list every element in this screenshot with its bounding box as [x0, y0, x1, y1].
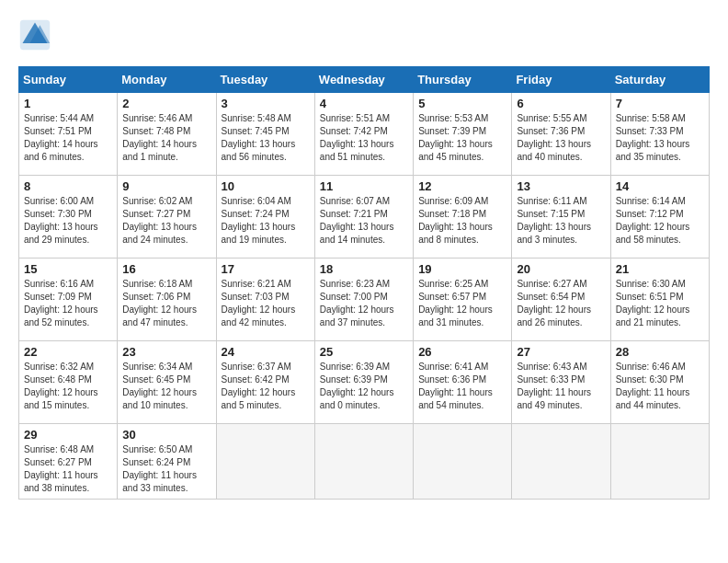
day-number: 21	[616, 262, 704, 276]
day-info: Sunrise: 6:02 AM Sunset: 7:27 PM Dayligh…	[122, 195, 210, 247]
day-number: 9	[122, 179, 210, 193]
day-info: Sunrise: 6:16 AM Sunset: 7:09 PM Dayligh…	[24, 278, 112, 329]
calendar-cell: 4Sunrise: 5:51 AM Sunset: 7:42 PM Daylig…	[314, 93, 413, 176]
day-header-saturday: Saturday	[610, 67, 709, 93]
day-header-monday: Monday	[118, 67, 216, 93]
day-number: 29	[24, 428, 112, 442]
logo-icon	[18, 18, 51, 52]
day-number: 3	[222, 97, 310, 110]
calendar-cell	[512, 424, 610, 500]
day-number: 26	[418, 345, 506, 359]
day-number: 8	[24, 179, 112, 193]
day-info: Sunrise: 6:14 AM Sunset: 7:12 PM Dayligh…	[616, 195, 704, 247]
day-number: 27	[517, 345, 605, 359]
calendar-cell: 6Sunrise: 5:55 AM Sunset: 7:36 PM Daylig…	[512, 93, 610, 176]
day-number: 6	[517, 97, 605, 110]
calendar-cell: 16Sunrise: 6:18 AM Sunset: 7:06 PM Dayli…	[118, 259, 216, 341]
day-number: 24	[222, 345, 310, 359]
day-number: 15	[24, 262, 112, 276]
day-number: 11	[320, 179, 408, 193]
day-info: Sunrise: 6:46 AM Sunset: 6:30 PM Dayligh…	[616, 361, 704, 412]
day-info: Sunrise: 5:46 AM Sunset: 7:48 PM Dayligh…	[122, 112, 210, 164]
day-number: 22	[24, 345, 112, 359]
day-number: 25	[320, 345, 408, 359]
day-info: Sunrise: 6:32 AM Sunset: 6:48 PM Dayligh…	[24, 361, 112, 412]
day-info: Sunrise: 6:27 AM Sunset: 6:54 PM Dayligh…	[517, 278, 605, 329]
calendar-cell: 12Sunrise: 6:09 AM Sunset: 7:18 PM Dayli…	[414, 176, 512, 259]
calendar-table: SundayMondayTuesdayWednesdayThursdayFrid…	[18, 66, 710, 500]
calendar-cell: 15Sunrise: 6:16 AM Sunset: 7:09 PM Dayli…	[19, 259, 118, 341]
day-number: 12	[418, 179, 506, 193]
calendar-cell: 23Sunrise: 6:34 AM Sunset: 6:45 PM Dayli…	[118, 341, 216, 424]
day-number: 2	[122, 97, 210, 110]
day-number: 1	[24, 97, 112, 110]
calendar-cell: 25Sunrise: 6:39 AM Sunset: 6:39 PM Dayli…	[314, 341, 413, 424]
day-info: Sunrise: 5:55 AM Sunset: 7:36 PM Dayligh…	[517, 112, 605, 164]
day-info: Sunrise: 6:34 AM Sunset: 6:45 PM Dayligh…	[122, 361, 210, 412]
calendar-header-row: SundayMondayTuesdayWednesdayThursdayFrid…	[19, 67, 710, 93]
day-number: 23	[122, 345, 210, 359]
day-number: 4	[320, 97, 408, 110]
day-number: 20	[517, 262, 605, 276]
day-info: Sunrise: 5:53 AM Sunset: 7:39 PM Dayligh…	[418, 112, 506, 164]
day-info: Sunrise: 6:18 AM Sunset: 7:06 PM Dayligh…	[122, 278, 210, 329]
day-info: Sunrise: 6:21 AM Sunset: 7:03 PM Dayligh…	[222, 278, 310, 329]
calendar-cell: 22Sunrise: 6:32 AM Sunset: 6:48 PM Dayli…	[19, 341, 118, 424]
calendar-cell	[216, 424, 314, 500]
day-number: 13	[517, 179, 605, 193]
calendar-cell: 20Sunrise: 6:27 AM Sunset: 6:54 PM Dayli…	[512, 259, 610, 341]
calendar-cell: 28Sunrise: 6:46 AM Sunset: 6:30 PM Dayli…	[610, 341, 709, 424]
day-info: Sunrise: 6:23 AM Sunset: 7:00 PM Dayligh…	[320, 278, 408, 329]
day-info: Sunrise: 6:04 AM Sunset: 7:24 PM Dayligh…	[222, 195, 310, 247]
day-number: 5	[418, 97, 506, 110]
day-header-thursday: Thursday	[414, 67, 512, 93]
calendar-week-4: 22Sunrise: 6:32 AM Sunset: 6:48 PM Dayli…	[19, 341, 710, 424]
day-number: 17	[222, 262, 310, 276]
calendar-cell: 5Sunrise: 5:53 AM Sunset: 7:39 PM Daylig…	[414, 93, 512, 176]
calendar-cell: 7Sunrise: 5:58 AM Sunset: 7:33 PM Daylig…	[610, 93, 709, 176]
day-number: 14	[616, 179, 704, 193]
day-info: Sunrise: 6:25 AM Sunset: 6:57 PM Dayligh…	[418, 278, 506, 329]
calendar-cell: 29Sunrise: 6:48 AM Sunset: 6:27 PM Dayli…	[19, 424, 118, 500]
day-header-friday: Friday	[512, 67, 610, 93]
day-number: 18	[320, 262, 408, 276]
calendar-cell: 9Sunrise: 6:02 AM Sunset: 7:27 PM Daylig…	[118, 176, 216, 259]
day-info: Sunrise: 6:48 AM Sunset: 6:27 PM Dayligh…	[24, 443, 112, 495]
calendar-cell: 2Sunrise: 5:46 AM Sunset: 7:48 PM Daylig…	[118, 93, 216, 176]
calendar-cell: 19Sunrise: 6:25 AM Sunset: 6:57 PM Dayli…	[414, 259, 512, 341]
calendar-week-3: 15Sunrise: 6:16 AM Sunset: 7:09 PM Dayli…	[19, 259, 710, 341]
day-info: Sunrise: 6:37 AM Sunset: 6:42 PM Dayligh…	[222, 361, 310, 412]
day-header-sunday: Sunday	[19, 67, 118, 93]
calendar-cell: 14Sunrise: 6:14 AM Sunset: 7:12 PM Dayli…	[610, 176, 709, 259]
calendar-cell: 8Sunrise: 6:00 AM Sunset: 7:30 PM Daylig…	[19, 176, 118, 259]
day-info: Sunrise: 5:44 AM Sunset: 7:51 PM Dayligh…	[24, 112, 112, 164]
calendar-week-2: 8Sunrise: 6:00 AM Sunset: 7:30 PM Daylig…	[19, 176, 710, 259]
calendar-cell: 10Sunrise: 6:04 AM Sunset: 7:24 PM Dayli…	[216, 176, 314, 259]
calendar-cell: 13Sunrise: 6:11 AM Sunset: 7:15 PM Dayli…	[512, 176, 610, 259]
day-info: Sunrise: 6:11 AM Sunset: 7:15 PM Dayligh…	[517, 195, 605, 247]
calendar-cell: 30Sunrise: 6:50 AM Sunset: 6:24 PM Dayli…	[118, 424, 216, 500]
day-number: 16	[122, 262, 210, 276]
day-number: 7	[616, 97, 704, 110]
calendar-cell: 11Sunrise: 6:07 AM Sunset: 7:21 PM Dayli…	[314, 176, 413, 259]
day-info: Sunrise: 6:30 AM Sunset: 6:51 PM Dayligh…	[616, 278, 704, 329]
day-number: 28	[616, 345, 704, 359]
day-info: Sunrise: 6:39 AM Sunset: 6:39 PM Dayligh…	[320, 361, 408, 412]
calendar-cell: 17Sunrise: 6:21 AM Sunset: 7:03 PM Dayli…	[216, 259, 314, 341]
calendar-cell: 24Sunrise: 6:37 AM Sunset: 6:42 PM Dayli…	[216, 341, 314, 424]
day-info: Sunrise: 5:58 AM Sunset: 7:33 PM Dayligh…	[616, 112, 704, 164]
day-info: Sunrise: 6:50 AM Sunset: 6:24 PM Dayligh…	[122, 443, 210, 495]
day-info: Sunrise: 6:43 AM Sunset: 6:33 PM Dayligh…	[517, 361, 605, 412]
calendar-cell: 21Sunrise: 6:30 AM Sunset: 6:51 PM Dayli…	[610, 259, 709, 341]
calendar-cell	[414, 424, 512, 500]
calendar-week-1: 1Sunrise: 5:44 AM Sunset: 7:51 PM Daylig…	[19, 93, 710, 176]
calendar-week-5: 29Sunrise: 6:48 AM Sunset: 6:27 PM Dayli…	[19, 424, 710, 500]
day-number: 30	[122, 428, 210, 442]
day-info: Sunrise: 6:07 AM Sunset: 7:21 PM Dayligh…	[320, 195, 408, 247]
day-info: Sunrise: 5:51 AM Sunset: 7:42 PM Dayligh…	[320, 112, 408, 164]
day-info: Sunrise: 6:09 AM Sunset: 7:18 PM Dayligh…	[418, 195, 506, 247]
calendar-cell: 18Sunrise: 6:23 AM Sunset: 7:00 PM Dayli…	[314, 259, 413, 341]
day-header-wednesday: Wednesday	[314, 67, 413, 93]
day-header-tuesday: Tuesday	[216, 67, 314, 93]
day-number: 10	[222, 179, 310, 193]
